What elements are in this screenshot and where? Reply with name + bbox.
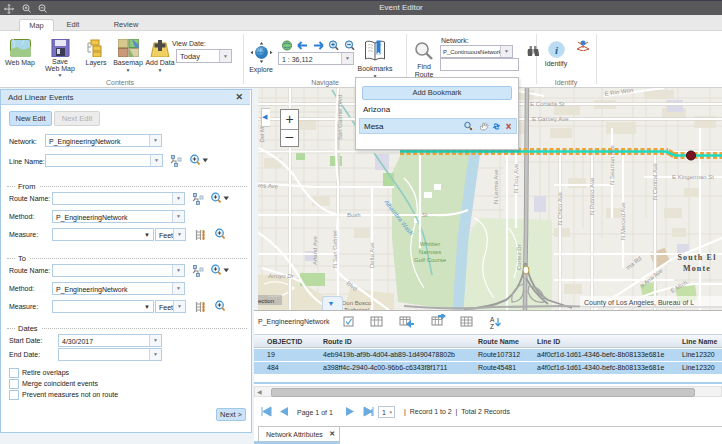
svg-text:N Central Ave: N Central Ave — [652, 162, 658, 200]
svg-text:Arland Ave: Arland Ave — [312, 235, 318, 265]
svg-text:N San Gabriel: N San Gabriel — [332, 230, 338, 268]
svg-text:County of Los Angeles, Bureau: County of Los Angeles, Bureau of L — [584, 299, 694, 307]
svg-text:South El: South El — [677, 253, 716, 262]
svg-text:N Seaman Ave: N Seaman Ave — [609, 144, 615, 185]
svg-text:Golf Course: Golf Course — [414, 257, 447, 263]
svg-text:Delta Ave: Delta Ave — [369, 242, 375, 268]
svg-text:Cortez Dr: Cortez Dr — [516, 244, 522, 270]
svg-text:N Potrero Ave: N Potrero Ave — [589, 177, 595, 215]
svg-text:E Garvey Ave: E Garvey Ave — [532, 116, 569, 122]
svg-text:E Cortada St: E Cortada St — [530, 101, 565, 107]
svg-text:Bush: Bush — [347, 212, 361, 218]
svg-text:N Chico Ave: N Chico Ave — [557, 191, 563, 225]
svg-text:Z: Z — [490, 323, 494, 330]
svg-text:Don Bosco: Don Bosco — [342, 300, 372, 306]
svg-text:Page 1 of 1: Page 1 of 1 — [297, 409, 333, 417]
svg-text:San Gabriel Blvd: San Gabriel Blvd — [337, 95, 343, 140]
svg-text:E Kingerman St: E Kingerman St — [672, 174, 714, 180]
svg-text:Whittier: Whittier — [420, 241, 440, 247]
svg-text:N Merced Ave: N Merced Ave — [620, 202, 626, 240]
svg-text:St: St — [422, 212, 428, 218]
svg-text:Arroyo Dr: Arroyo Dr — [267, 273, 295, 279]
svg-text:Monte: Monte — [683, 264, 711, 273]
svg-text:A: A — [490, 316, 495, 323]
svg-text:N Troy Ave: N Troy Ave — [513, 163, 519, 193]
svg-text:N Lerma Ave: N Lerma Ave — [493, 169, 499, 204]
svg-text:Narrows: Narrows — [419, 249, 441, 255]
